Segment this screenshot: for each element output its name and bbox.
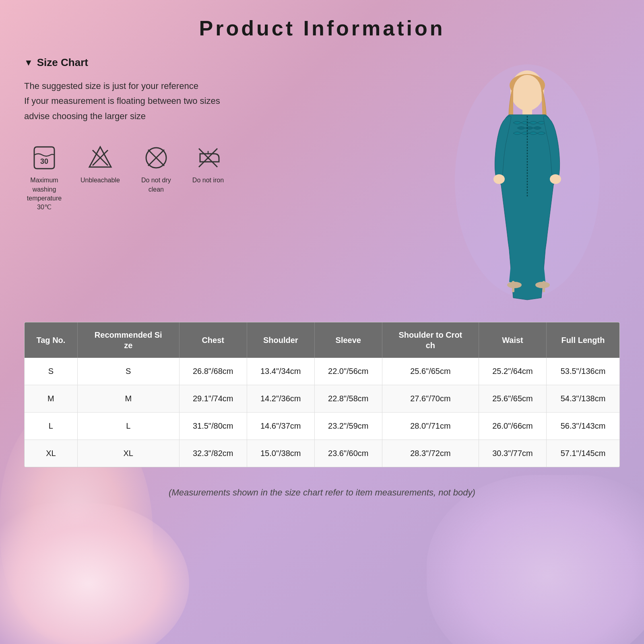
size-chart-label: Size Chart (37, 56, 88, 69)
svg-point-18 (550, 174, 561, 184)
dry-clean-label: Do not dry clean (136, 176, 176, 194)
cell-3-7: 57.1"/145cm (547, 440, 620, 467)
bleach-label: Unbleachable (80, 176, 120, 185)
cell-0-7: 53.5"/136cm (547, 358, 620, 385)
table-row: SS26.8"/68cm13.4"/34cm22.0"/56cm25.6"/65… (25, 358, 619, 385)
th-shoulder: Shoulder (247, 322, 314, 358)
model-image-area (435, 56, 620, 306)
cell-2-1: L (77, 413, 179, 440)
svg-rect-20 (512, 281, 514, 292)
svg-point-17 (493, 174, 505, 184)
cell-1-4: 22.8"/58cm (314, 385, 382, 413)
cell-2-2: 31.5"/80cm (179, 413, 247, 440)
care-item-dry-clean: Do not dry clean (136, 144, 176, 194)
cell-2-6: 26.0"/66cm (479, 413, 546, 440)
cell-3-6: 30.3"/77cm (479, 440, 546, 467)
cell-1-0: M (25, 385, 77, 413)
iron-label: Do not iron (192, 176, 224, 185)
cell-2-0: L (25, 413, 77, 440)
size-chart-heading: ▼ Size Chart (24, 56, 419, 69)
cell-2-4: 23.2"/59cm (314, 413, 382, 440)
left-info-panel: ▼ Size Chart The suggested size is just … (24, 56, 435, 306)
cell-1-7: 54.3"/138cm (547, 385, 620, 413)
page-container: Product Information ▼ Size Chart The sug… (0, 0, 644, 644)
svg-point-14 (513, 75, 541, 109)
table-row: XLXL32.3"/82cm15.0"/38cm23.6"/60cm28.3"/… (25, 440, 619, 467)
cell-1-2: 29.1"/74cm (179, 385, 247, 413)
cell-0-5: 25.6"/65cm (382, 358, 479, 385)
cell-0-1: S (77, 358, 179, 385)
cell-1-5: 27.6"/70cm (382, 385, 479, 413)
desc-line-1: The suggested size is just for your refe… (24, 78, 419, 93)
th-full-length: Full Length (547, 322, 620, 358)
cell-0-4: 22.0"/56cm (314, 358, 382, 385)
size-table-section: Tag No. Recommended Size Chest Shoulder … (24, 322, 620, 467)
no-dry-clean-icon (142, 144, 170, 172)
table-header-row: Tag No. Recommended Size Chest Shoulder … (25, 322, 619, 358)
table-row: MM29.1"/74cm14.2"/36cm22.8"/58cm27.6"/70… (25, 385, 619, 413)
table-row: LL31.5"/80cm14.6"/37cm23.2"/59cm28.0"/71… (25, 413, 619, 440)
cell-1-6: 25.6"/65cm (479, 385, 546, 413)
size-table: Tag No. Recommended Size Chest Shoulder … (25, 322, 619, 467)
wash-label: Maximum washing temperature 30℃ (24, 176, 64, 212)
footnote: (Measurements shown in the size chart re… (24, 487, 620, 498)
no-bleach-icon (86, 144, 114, 172)
svg-rect-22 (543, 281, 545, 292)
cell-0-6: 25.2"/64cm (479, 358, 546, 385)
cell-2-7: 56.3"/143cm (547, 413, 620, 440)
cell-0-3: 13.4"/34cm (247, 358, 314, 385)
cell-3-5: 28.3"/72cm (382, 440, 479, 467)
th-sleeve: Sleeve (314, 322, 382, 358)
th-waist: Waist (479, 322, 546, 358)
cell-3-4: 23.6"/60cm (314, 440, 382, 467)
cell-3-1: XL (77, 440, 179, 467)
model-figure-svg (443, 56, 612, 306)
desc-line-2: If your measurement is floating between … (24, 93, 419, 108)
cell-3-3: 15.0"/38cm (247, 440, 314, 467)
th-tag-no: Tag No. (25, 322, 77, 358)
care-item-iron: Do not iron (192, 144, 224, 185)
cell-0-0: S (25, 358, 77, 385)
th-rec-size: Recommended Size (77, 322, 179, 358)
th-chest: Chest (179, 322, 247, 358)
cell-1-1: M (77, 385, 179, 413)
care-item-wash: 30 Maximum washing temperature 30℃ (24, 144, 64, 212)
desc-line-3: advise choosing the larger size (24, 109, 419, 124)
th-shoulder-crotch: Shoulder to Crotch (382, 322, 479, 358)
care-item-bleach: Unbleachable (80, 144, 120, 185)
wash-30-icon: 30 (30, 144, 58, 172)
size-chart-description: The suggested size is just for your refe… (24, 78, 419, 124)
cell-1-3: 14.2"/36cm (247, 385, 314, 413)
triangle-icon: ▼ (24, 58, 33, 68)
top-section: ▼ Size Chart The suggested size is just … (24, 56, 620, 306)
care-icons-row: 30 Maximum washing temperature 30℃ Unble… (24, 144, 419, 212)
cell-3-2: 32.3"/82cm (179, 440, 247, 467)
svg-text:30: 30 (40, 157, 48, 165)
cell-0-2: 26.8"/68cm (179, 358, 247, 385)
table-body: SS26.8"/68cm13.4"/34cm22.0"/56cm25.6"/65… (25, 358, 619, 467)
cell-2-3: 14.6"/37cm (247, 413, 314, 440)
cell-3-0: XL (25, 440, 77, 467)
no-iron-icon (194, 144, 222, 172)
cell-2-5: 28.0"/71cm (382, 413, 479, 440)
page-title: Product Information (24, 16, 620, 40)
